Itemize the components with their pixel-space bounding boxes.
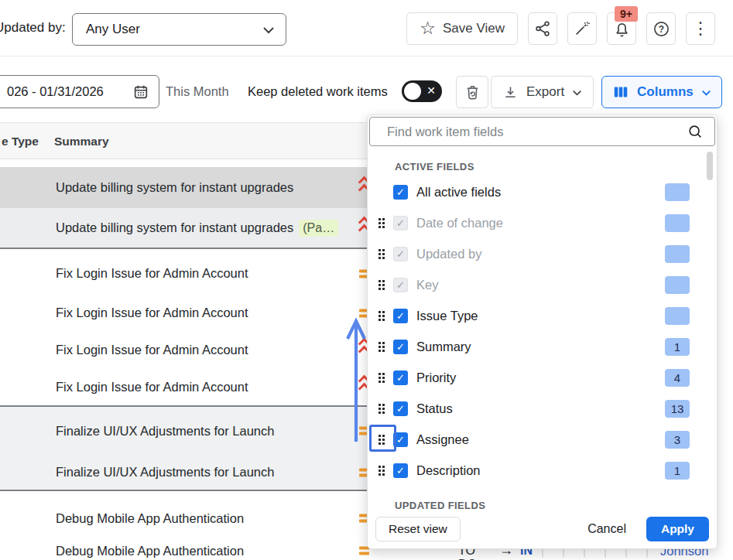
field-label: Priority (416, 370, 456, 385)
keep-deleted-toggle[interactable]: ✕ (402, 80, 442, 102)
updated-by-value: Any User (86, 22, 262, 37)
period-label[interactable]: This Month (166, 84, 229, 99)
notifications-button[interactable]: 9+ (607, 12, 636, 45)
toggle-off-x-icon: ✕ (426, 84, 436, 97)
columns-label: Columns (637, 84, 694, 100)
field-search-input[interactable] (385, 124, 687, 140)
columns-icon (612, 84, 629, 101)
field-label: Key (416, 278, 438, 292)
field-count-badge (665, 214, 690, 232)
field-list: ACTIVE FIELDS All active fields Date of … (368, 147, 717, 515)
export-button[interactable]: Export (491, 76, 594, 108)
bell-icon (613, 20, 631, 38)
keep-deleted-label: Keep deleted work items (248, 84, 388, 99)
field-search-box[interactable] (369, 117, 715, 146)
drag-handle-icon[interactable] (378, 217, 385, 229)
notification-count-badge: 9+ (615, 6, 638, 22)
field-item[interactable]: Priority 4 (368, 362, 717, 393)
reset-view-button[interactable]: Reset view (375, 517, 461, 541)
field-item[interactable]: Summary 1 (368, 331, 717, 362)
columns-panel: ACTIVE FIELDS All active fields Date of … (367, 114, 718, 549)
download-icon (502, 84, 519, 101)
chevron-down-icon (572, 90, 582, 96)
field-label: Updated by (416, 247, 481, 261)
field-checkbox[interactable] (393, 401, 408, 416)
svg-text:?: ? (658, 23, 663, 34)
field-label: Assignee (416, 432, 469, 447)
column-header-issue-type[interactable]: e Type (2, 123, 39, 160)
summary-cell: Update billing system for instant upgrad… (56, 180, 293, 195)
field-item[interactable]: Description 1 (368, 455, 717, 486)
field-count-badge (665, 307, 690, 325)
field-item[interactable]: Issue Type (368, 300, 717, 331)
chevron-down-icon (701, 90, 711, 96)
share-icon (534, 20, 551, 37)
field-count-badge (665, 276, 690, 294)
trash-restore-icon (464, 84, 481, 101)
drag-handle-icon[interactable] (378, 465, 385, 476)
save-view-button[interactable]: ☆ Save View (406, 12, 518, 45)
field-checkbox[interactable] (393, 370, 408, 385)
apply-button[interactable]: Apply (646, 517, 709, 541)
summary-cell: Fix Login Issue for Admin Account (56, 343, 248, 357)
field-label: Description (416, 463, 481, 478)
field-item[interactable]: Key (368, 269, 717, 300)
field-count-badge: 3 (665, 431, 690, 449)
field-label: Status (416, 401, 453, 416)
field-checkbox[interactable] (393, 309, 408, 323)
save-view-label: Save View (443, 21, 505, 36)
kebab-menu-icon: ⋮ (692, 20, 709, 37)
field-item[interactable]: Assignee 3 (368, 424, 717, 455)
star-icon: ☆ (420, 19, 436, 37)
field-checkbox[interactable] (393, 185, 408, 200)
field-item[interactable]: Status 13 (368, 393, 717, 424)
field-checkbox[interactable] (393, 432, 408, 447)
more-options-button[interactable]: ⋮ (686, 12, 715, 45)
field-item[interactable]: Date of change (368, 207, 717, 238)
calendar-icon (132, 84, 149, 101)
export-label: Export (526, 84, 564, 100)
share-button[interactable] (528, 12, 557, 45)
magic-wand-icon (574, 20, 591, 37)
field-count-badge: 1 (665, 338, 690, 356)
help-button[interactable]: ? (646, 12, 676, 45)
columns-button[interactable]: Columns (601, 76, 722, 108)
field-checkbox[interactable] (393, 247, 408, 261)
date-range-value: 026 - 01/31/2026 (7, 84, 132, 99)
field-item[interactable]: All active fields (368, 176, 717, 207)
updated-by-select[interactable]: Any User (72, 13, 286, 46)
column-header-summary[interactable]: Summary (54, 123, 109, 160)
field-label: Issue Type (416, 309, 478, 323)
drag-handle-icon[interactable] (378, 403, 385, 415)
drag-handle-icon[interactable] (378, 310, 385, 322)
toggle-knob (404, 83, 421, 100)
field-item[interactable]: Updated by (368, 238, 717, 269)
drag-handle-icon[interactable] (378, 248, 385, 260)
field-label: All active fields (416, 185, 501, 200)
field-count-badge: 4 (665, 369, 690, 387)
panel-scrollbar[interactable] (707, 152, 713, 180)
search-icon (687, 123, 704, 140)
drag-handle-icon[interactable] (378, 434, 385, 446)
drag-handle-icon[interactable] (378, 341, 385, 353)
highlight-chip: (Pa… (299, 220, 338, 237)
field-checkbox[interactable] (393, 216, 408, 230)
field-checkbox[interactable] (393, 463, 408, 478)
drag-handle-icon[interactable] (378, 279, 385, 291)
summary-cell: Debug Mobile App Authentication (56, 544, 244, 558)
field-checkbox[interactable] (393, 340, 408, 354)
date-range-picker[interactable]: 026 - 01/31/2026 (0, 75, 159, 108)
summary-cell: Fix Login Issue for Admin Account (56, 380, 248, 394)
field-checkbox[interactable] (393, 278, 408, 292)
filter-toolbar: 026 - 01/31/2026 This Month Keep deleted… (0, 67, 733, 114)
field-count-badge: 13 (665, 400, 690, 418)
field-label: Summary (416, 340, 471, 354)
drag-handle-icon[interactable] (378, 372, 385, 384)
help-icon: ? (653, 20, 670, 38)
summary-cell: Debug Mobile App Authentication (56, 511, 244, 526)
restore-deleted-button[interactable] (456, 76, 488, 108)
summary-cell: Finalize UI/UX Adjustments for Launch (56, 465, 274, 480)
cancel-button[interactable]: Cancel (587, 522, 626, 536)
magic-wand-button[interactable] (567, 12, 597, 45)
field-section-header: ACTIVE FIELDS (368, 150, 717, 176)
